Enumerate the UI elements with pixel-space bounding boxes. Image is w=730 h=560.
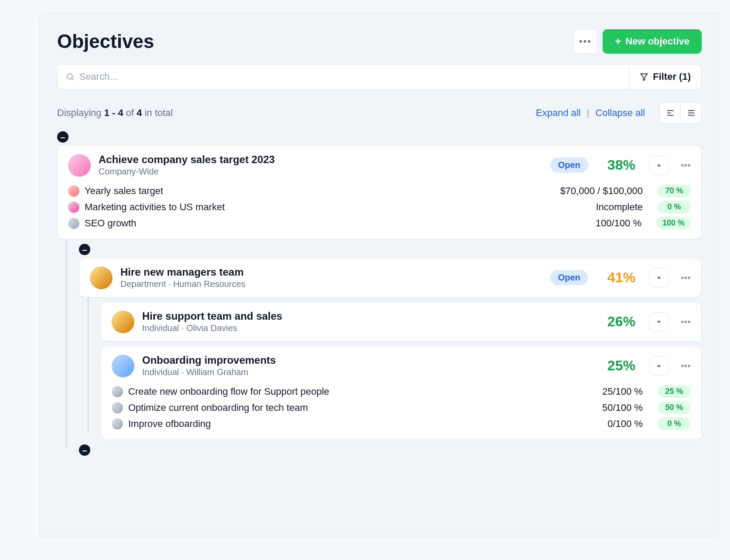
key-results-list: Yearly sales target $70,000 / $100,000 7… [68,183,691,231]
objective-head: Onboarding improvements Individual · Wil… [112,354,691,377]
objective-card[interactable]: Hire new managers team Department · Huma… [79,258,702,297]
kr-name: Optimize current onboarding for tech tea… [128,402,524,413]
kr-value: 50/100 % [529,402,643,413]
kr-name: Improve ofboarding [128,418,524,430]
key-results-list: Create new onboarding flow for Support p… [112,383,691,432]
svg-marker-12 [657,364,661,367]
status-badge: Open [550,270,588,285]
tree-indent-1: – Hire new managers team Department · Hu… [79,244,702,456]
objectives-tree: – Achieve company sales target 2023 Comp… [40,131,719,476]
key-result-row[interactable]: Create new onboarding flow for Support p… [112,383,691,400]
objective-head: Hire support team and sales Individual ·… [112,310,691,333]
key-result-row[interactable]: Yearly sales target $70,000 / $100,000 7… [68,183,691,199]
kr-name: Create new onboarding flow for Support p… [128,386,524,397]
head-text: Onboarding improvements Individual · Wil… [142,354,588,377]
objective-more-button[interactable]: ••• [681,160,691,171]
expand-toggle[interactable] [649,156,669,175]
objective-card[interactable]: Onboarding improvements Individual · Wil… [101,346,702,440]
view-list-button[interactable] [681,102,702,123]
objective-percent: 25% [607,358,635,374]
avatar [68,154,91,177]
collapse-all-link[interactable]: Collapse all [595,107,645,119]
key-result-row[interactable]: Optimize current onboarding for tech tea… [112,400,691,416]
kr-percent-badge: 0 % [658,201,691,213]
search-box[interactable] [57,64,629,89]
view-tree-button[interactable] [660,102,681,123]
expand-toggle[interactable] [649,268,669,287]
meta-right: Expand all | Collapse all [536,102,702,123]
displaying-text: Displaying 1 - 4 of 4 in total [57,107,173,119]
kr-name: SEO growth [85,218,523,229]
kr-value: 100/100 % [528,218,641,229]
collapse-toggle[interactable]: – [79,244,90,255]
tree-indent-2: Hire support team and sales Individual ·… [101,302,702,440]
kr-percent-badge: 70 % [658,184,691,197]
avatar [112,311,134,333]
view-buttons [660,102,702,123]
chevron-up-icon [656,162,662,168]
collapse-toggle[interactable]: – [57,131,68,143]
objective-card[interactable]: Achieve company sales target 2023 Compan… [57,145,702,239]
kr-value: 25/100 % [529,386,643,397]
key-result-row[interactable]: SEO growth 100/100 % 100 % [68,215,691,231]
svg-marker-2 [641,74,648,80]
status-badge: Open [550,157,588,173]
objective-card[interactable]: Hire support team and sales Individual ·… [101,302,702,341]
kr-avatar [68,185,79,197]
kr-avatar [68,218,79,229]
new-objective-button[interactable]: + New objective [603,29,702,54]
objective-subtitle: Company-Wide [99,167,542,177]
objective-more-button[interactable]: ••• [681,272,691,283]
objective-more-button[interactable]: ••• [681,316,691,328]
kr-avatar [68,201,79,213]
objective-title: Onboarding improvements [142,354,588,366]
page-header: Objectives ••• + New objective [40,29,719,64]
svg-line-1 [72,79,74,80]
objective-more-button[interactable]: ••• [681,360,691,372]
kr-avatar [112,418,123,430]
filter-label: Filter (1) [653,71,691,82]
page-title: Objectives [57,31,154,52]
search-input[interactable] [79,71,621,82]
objective-subtitle: Individual · William Graham [142,367,588,377]
meta-row: Displaying 1 - 4 of 4 in total Expand al… [40,102,719,131]
filter-button[interactable]: Filter (1) [629,64,702,89]
kr-value: Incomplete [529,201,643,213]
key-result-row[interactable]: Marketing activities to US market Incomp… [68,199,691,215]
filter-icon [640,72,648,81]
more-actions-button[interactable]: ••• [573,29,597,54]
tree-line [88,297,89,431]
search-icon [65,72,75,82]
key-result-row[interactable]: Improve ofboarding 0/100 % 0 % [112,416,691,432]
align-left-icon [665,108,675,118]
search-filter-row: Filter (1) [40,64,719,102]
objective-percent: 26% [607,314,635,330]
expand-toggle[interactable] [649,312,669,331]
svg-marker-9 [657,164,661,166]
objective-subtitle: Individual · Olivia Davies [142,323,588,333]
kr-name: Yearly sales target [85,185,524,197]
objective-percent: 38% [607,157,635,173]
kr-value: $70,000 / $100,000 [529,185,643,197]
objective-percent: 41% [607,270,635,286]
list-icon [686,108,696,118]
kr-name: Marketing activities to US market [85,201,524,213]
head-text: Hire support team and sales Individual ·… [142,310,588,333]
expand-toggle[interactable] [649,356,669,376]
kr-avatar [112,402,123,413]
objective-title: Hire support team and sales [142,310,588,322]
dots-icon: ••• [579,36,592,47]
head-text: Achieve company sales target 2023 Compan… [99,154,542,177]
expand-all-link[interactable]: Expand all [536,107,581,119]
head-text: Hire new managers team Department · Huma… [120,266,542,289]
collapse-toggle[interactable]: – [79,444,90,456]
new-objective-label: New objective [625,36,689,47]
chevron-down-icon [656,275,662,281]
kr-value: 0/100 % [529,418,643,430]
kr-percent-badge: 50 % [658,401,691,414]
chevron-down-icon [656,319,662,325]
objectives-panel: Objectives ••• + New objective Filter (1… [39,13,720,536]
separator: | [587,107,590,119]
objective-title: Achieve company sales target 2023 [99,154,542,166]
avatar [90,266,113,289]
